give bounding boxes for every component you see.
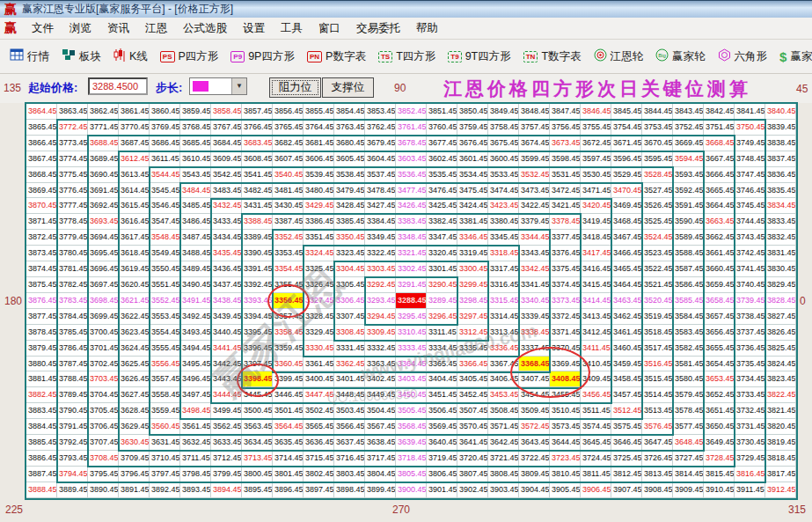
grid-cell: 3717.45 bbox=[365, 451, 396, 467]
grid-cell: 3316.45 bbox=[488, 277, 519, 293]
grid-cell: 3290.45 bbox=[427, 277, 457, 293]
grid-cell: 3455.45 bbox=[550, 387, 581, 403]
menu-item-工具[interactable]: 工具 bbox=[273, 18, 311, 39]
grid-cell: 3747.45 bbox=[735, 167, 765, 183]
tool-market-button[interactable]: 行情 bbox=[4, 44, 55, 69]
grid-cell: 3742.45 bbox=[735, 246, 765, 261]
grid-cell: 3655.45 bbox=[704, 341, 735, 357]
grid-cell: 3823.45 bbox=[765, 371, 796, 387]
menu-item-帮助[interactable]: 帮助 bbox=[408, 18, 446, 39]
grid-cell: 3676.45 bbox=[457, 136, 488, 151]
grid-cell: 3762.45 bbox=[365, 120, 396, 136]
tool-gann-wheel-button[interactable]: 江恩轮 bbox=[588, 44, 650, 69]
grid-cell: 3419.45 bbox=[581, 214, 611, 230]
grid-cell: 3773.45 bbox=[57, 136, 88, 151]
grid-cell: 3703.45 bbox=[88, 371, 119, 387]
start-price-input[interactable]: 3288.4500 bbox=[88, 77, 148, 95]
grid-cell: 3654.45 bbox=[704, 357, 735, 372]
grid-cell: 3777.45 bbox=[57, 198, 88, 214]
resistance-button[interactable]: 阻力位 bbox=[269, 77, 321, 98]
menu-item-窗口[interactable]: 窗口 bbox=[311, 18, 348, 39]
grid-cell: 3414.45 bbox=[581, 293, 611, 309]
grid-cell: 3633.45 bbox=[211, 435, 242, 451]
grid-cell: 3552.45 bbox=[150, 293, 180, 309]
tool-hexagon-button[interactable]: 六角形 bbox=[712, 44, 774, 69]
grid-cell: 3338.45 bbox=[519, 325, 550, 341]
combo-dropdown-arrow-icon[interactable]: ▼ bbox=[231, 78, 246, 94]
grid-cell: 3423.45 bbox=[488, 198, 519, 214]
grid-cell: 3666.45 bbox=[704, 167, 735, 183]
grid-cell: 3748.45 bbox=[735, 151, 765, 167]
grid-cell: 3376.45 bbox=[550, 246, 581, 261]
tool-service-button[interactable]: $赢家服务 bbox=[773, 44, 812, 69]
grid-cell: 3800.45 bbox=[242, 467, 273, 482]
tool-9p-square-button[interactable]: P99P四方形 bbox=[224, 44, 301, 69]
grid-cell: 3454.45 bbox=[519, 387, 550, 403]
grid-cell: 3567.45 bbox=[365, 419, 396, 435]
grid-cell: 3456.45 bbox=[581, 387, 611, 403]
grid-cell: 3546.45 bbox=[150, 198, 180, 214]
grid-cell: 3362.45 bbox=[334, 357, 365, 372]
tool-p-number-button[interactable]: PNP数字表 bbox=[301, 44, 372, 69]
tn-badge-icon: TN bbox=[523, 51, 538, 62]
grid-cell: 3372.45 bbox=[550, 309, 581, 325]
grid-cell: 3751.45 bbox=[704, 120, 735, 136]
grid-cell: 3862.45 bbox=[88, 104, 119, 120]
grid-cell: 3863.45 bbox=[57, 104, 88, 120]
grid-cell: 3828.45 bbox=[765, 293, 796, 309]
grid-cell: 3882.45 bbox=[26, 387, 57, 403]
winner-wheel-icon: Big bbox=[655, 48, 669, 65]
grid-cell: 3388.45 bbox=[242, 214, 273, 230]
tool-9t-square-button[interactable]: T99T四方形 bbox=[442, 44, 516, 69]
grid-cell: 3402.45 bbox=[365, 371, 396, 387]
grid-cell: 3670.45 bbox=[642, 136, 673, 151]
grid-cell: 3577.45 bbox=[673, 419, 704, 435]
tool-p-square-button[interactable]: PSP四方形 bbox=[154, 44, 225, 69]
grid-cell: 3830.45 bbox=[765, 261, 796, 277]
grid-cell: 3644.45 bbox=[550, 435, 581, 451]
menu-item-浏览[interactable]: 浏览 bbox=[62, 18, 99, 39]
grid-cell: 3519.45 bbox=[642, 309, 673, 325]
grid-cell: 3621.45 bbox=[119, 293, 150, 309]
tool-sectors-button[interactable]: 板块 bbox=[55, 44, 107, 69]
grid-cell: 3354.45 bbox=[273, 261, 304, 277]
grid-cell: 3345.45 bbox=[488, 230, 519, 246]
grid-cell: 3667.45 bbox=[704, 151, 735, 167]
grid-cell: 3510.45 bbox=[550, 403, 581, 419]
grid-cell: 3352.45 bbox=[273, 230, 304, 246]
grid-cell: 3427.45 bbox=[365, 198, 396, 214]
step-color-combobox[interactable]: ▼ bbox=[189, 77, 247, 95]
grid-cell: 3424.45 bbox=[457, 198, 488, 214]
grid-cell: 3335.45 bbox=[457, 341, 488, 357]
grid-cell: 3663.45 bbox=[704, 214, 735, 230]
grid-cell: 3346.45 bbox=[457, 230, 488, 246]
menu-item-资讯[interactable]: 资讯 bbox=[99, 18, 137, 39]
grid-cell: 3444.45 bbox=[211, 387, 242, 403]
grid-cell: 3818.45 bbox=[765, 451, 796, 467]
menu-item-江恩[interactable]: 江恩 bbox=[137, 18, 175, 39]
menu-item-设置[interactable]: 设置 bbox=[235, 18, 273, 39]
menu-item-交易委托[interactable]: 交易委托 bbox=[348, 18, 408, 39]
menu-item-文件[interactable]: 文件 bbox=[24, 18, 62, 39]
grid-cell: 3749.45 bbox=[735, 136, 765, 151]
grid-cell: 3544.45 bbox=[150, 167, 180, 183]
grid-cell: 3708.45 bbox=[88, 451, 119, 467]
grid-cell: 3631.45 bbox=[150, 435, 180, 451]
tool-winner-wheel-button[interactable]: Big赢家轮 bbox=[649, 44, 712, 69]
grid-cell: 3542.45 bbox=[211, 167, 242, 183]
grid-cell: 3514.45 bbox=[642, 387, 673, 403]
menu-item-公式选股[interactable]: 公式选股 bbox=[175, 18, 235, 39]
tool-kline-button[interactable]: K线 bbox=[107, 44, 154, 69]
tool-t-number-button[interactable]: TNT数字表 bbox=[517, 44, 588, 69]
grid-cell: 3646.45 bbox=[611, 435, 642, 451]
p9-badge-icon: P9 bbox=[230, 51, 245, 62]
grid-cell: 3468.45 bbox=[611, 214, 642, 230]
grid-cell: 3333.45 bbox=[396, 341, 427, 357]
grid-cell: 3841.45 bbox=[735, 104, 765, 120]
grid-cell: 3787.45 bbox=[57, 357, 88, 372]
grid-cell: 3613.45 bbox=[119, 167, 150, 183]
tool-label: P数字表 bbox=[326, 49, 366, 64]
grid-cell: 3678.45 bbox=[396, 136, 427, 151]
tool-t-square-button[interactable]: TST四方形 bbox=[372, 44, 442, 69]
support-button[interactable]: 支撑位 bbox=[322, 77, 374, 98]
